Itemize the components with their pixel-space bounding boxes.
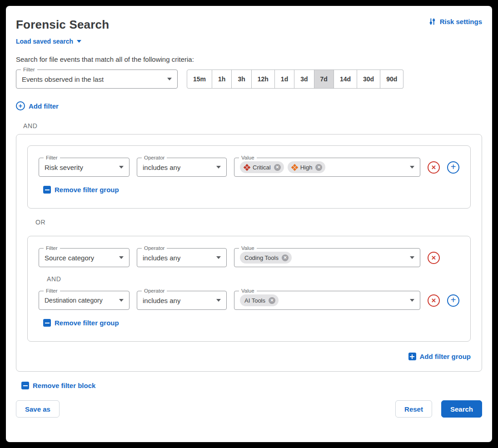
chip-ai-tools: AI Tools ✕	[240, 294, 279, 306]
chevron-down-icon	[167, 78, 172, 80]
severity-critical-icon	[244, 164, 251, 171]
chip-label: Coding Tools	[244, 254, 279, 261]
filter-field-label: Filter	[44, 288, 60, 294]
and-connector-inner: AND	[47, 275, 459, 283]
time-option-1h[interactable]: 1h	[212, 70, 232, 89]
chip-label: AI Tools	[244, 297, 265, 304]
filter-field-value: Destination category	[45, 297, 103, 304]
filter-field-label: Filter	[44, 155, 60, 160]
operator-field-label: Operator	[142, 155, 167, 160]
time-option-90d[interactable]: 90d	[380, 70, 403, 89]
chevron-down-icon	[410, 166, 414, 169]
chevron-down-icon	[216, 166, 221, 169]
search-button[interactable]: Search	[441, 400, 482, 418]
time-option-30d[interactable]: 30d	[357, 70, 380, 89]
plus-circle-icon: +	[16, 101, 25, 110]
filter-select[interactable]: Filter Risk severity	[39, 158, 129, 177]
time-option-3d[interactable]: 3d	[294, 70, 314, 89]
risk-settings-icon	[428, 18, 436, 25]
filter-field-value: Risk severity	[45, 164, 83, 171]
filter-select[interactable]: Filter Source category	[39, 248, 129, 267]
chip-remove-icon[interactable]: ✕	[274, 164, 281, 171]
chevron-down-icon	[410, 299, 414, 302]
add-filter-button[interactable]: + Add filter	[16, 101, 59, 110]
remove-filter-group-label: Remove filter group	[55, 186, 119, 194]
chip-list: Critical ✕ High ✕	[240, 161, 325, 173]
and-connector: AND	[23, 122, 482, 129]
operator-field-label: Operator	[142, 288, 167, 294]
reset-button[interactable]: Reset	[395, 400, 432, 418]
chip-label: High	[300, 164, 313, 171]
value-field-label: Value	[239, 245, 257, 251]
chevron-down-icon	[119, 166, 124, 169]
operator-select[interactable]: Operator includes any	[137, 158, 227, 177]
remove-filter-group-button[interactable]: Remove filter group	[43, 319, 119, 327]
time-option-12h[interactable]: 12h	[252, 70, 275, 89]
chevron-down-icon	[77, 40, 81, 43]
remove-filter-group-button[interactable]: Remove filter group	[43, 186, 119, 194]
chevron-down-icon	[119, 299, 124, 302]
or-connector: OR	[35, 219, 471, 226]
remove-filter-row-button[interactable]: ✕	[428, 252, 440, 264]
filter-row: Filter Risk severity Operator includes a…	[39, 158, 459, 177]
load-saved-search-button[interactable]: Load saved search	[16, 38, 81, 45]
forensic-search-page: Forensic Search Risk settings Load saved…	[6, 6, 492, 442]
chip-label: Critical	[253, 164, 271, 171]
chip-critical: Critical ✕	[240, 161, 284, 173]
filter-field-value: Source category	[45, 254, 94, 262]
add-filter-group-button[interactable]: Add filter group	[408, 353, 471, 360]
time-option-3h[interactable]: 3h	[232, 70, 251, 89]
chevron-down-icon	[216, 256, 221, 259]
save-as-button[interactable]: Save as	[16, 400, 60, 418]
chevron-down-icon	[119, 256, 124, 259]
chip-coding-tools: Coding Tools ✕	[240, 252, 292, 264]
filter-row: Filter Destination category Operator inc…	[39, 291, 459, 310]
risk-settings-label: Risk settings	[440, 18, 482, 25]
chip-remove-icon[interactable]: ✕	[282, 254, 289, 261]
remove-filter-row-button[interactable]: ✕	[428, 294, 440, 307]
remove-filter-group-label: Remove filter group	[55, 319, 119, 327]
chevron-down-icon	[410, 256, 414, 259]
criteria-text: Search for file events that match all of…	[16, 55, 482, 63]
add-filter-row-button[interactable]: +	[447, 161, 459, 174]
operator-select[interactable]: Operator includes any	[137, 291, 227, 310]
plus-box-icon	[408, 353, 416, 360]
add-filter-label: Add filter	[29, 102, 59, 110]
remove-filter-block-button[interactable]: Remove filter block	[21, 382, 95, 389]
add-filter-row-button[interactable]: +	[447, 294, 459, 307]
value-multiselect[interactable]: Value AI Tools ✕	[234, 291, 420, 310]
chevron-down-icon	[216, 299, 221, 302]
chip-high: High ✕	[288, 161, 326, 173]
time-filter-value: Events observed in the last	[22, 75, 104, 83]
time-filter-select[interactable]: Filter Events observed in the last	[16, 70, 178, 89]
time-option-15m[interactable]: 15m	[187, 70, 212, 89]
risk-settings-link[interactable]: Risk settings	[428, 18, 482, 25]
time-range-segmented-control: 15m 1h 3h 12h 1d 3d 7d 14d 30d 90d	[187, 70, 403, 89]
filter-row: Filter Source category Operator includes…	[39, 248, 459, 267]
time-option-7d-selected[interactable]: 7d	[314, 70, 334, 89]
load-saved-search-label: Load saved search	[16, 38, 73, 45]
chip-list: AI Tools ✕	[240, 294, 279, 306]
operator-select[interactable]: Operator includes any	[137, 248, 227, 267]
chip-remove-icon[interactable]: ✕	[269, 297, 275, 304]
minus-box-icon	[21, 382, 29, 389]
page-title: Forensic Search	[16, 18, 109, 32]
severity-high-icon	[291, 164, 298, 171]
remove-filter-row-button[interactable]: ✕	[428, 161, 440, 174]
time-filter-label: Filter	[21, 67, 37, 72]
chip-remove-icon[interactable]: ✕	[315, 164, 322, 171]
time-option-1d[interactable]: 1d	[275, 70, 294, 89]
minus-box-icon	[43, 186, 51, 194]
remove-filter-block-label: Remove filter block	[33, 382, 95, 389]
value-multiselect[interactable]: Value Critical ✕ High ✕	[234, 158, 420, 177]
time-option-14d[interactable]: 14d	[334, 70, 357, 89]
operator-field-value: includes any	[143, 254, 180, 262]
filter-select[interactable]: Filter Destination category	[39, 291, 129, 310]
value-field-label: Value	[239, 288, 257, 294]
minus-box-icon	[43, 319, 51, 327]
operator-field-value: includes any	[143, 297, 180, 304]
operator-field-label: Operator	[142, 245, 167, 251]
value-multiselect[interactable]: Value Coding Tools ✕	[234, 248, 420, 267]
filter-field-label: Filter	[44, 245, 60, 251]
filter-group-2: Filter Source category Operator includes…	[27, 236, 471, 342]
